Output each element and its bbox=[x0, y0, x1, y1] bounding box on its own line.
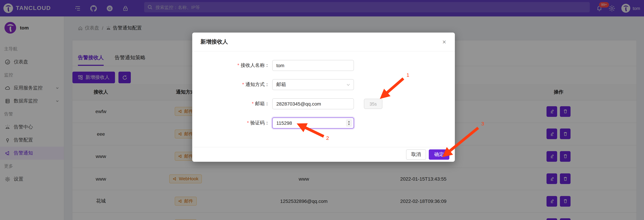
step-up-icon[interactable]: ▲ bbox=[348, 120, 350, 123]
close-icon[interactable]: × bbox=[440, 37, 449, 46]
required-mark: * bbox=[252, 101, 254, 106]
receiver-name-input[interactable]: tom bbox=[272, 60, 354, 71]
field-label: *验证码： bbox=[192, 120, 270, 126]
email-input[interactable]: 282870345@qq.com bbox=[272, 98, 354, 109]
number-stepper[interactable]: ▲▼ bbox=[346, 119, 352, 127]
modal-footer: 取消 确定 bbox=[192, 147, 455, 162]
form-row-code: *验证码： 115298 ▲▼ bbox=[192, 117, 455, 128]
step-down-icon[interactable]: ▼ bbox=[348, 123, 350, 126]
modal-body: *接收人名称： tom *通知方式： 邮箱 *邮箱： 282870345@qq.… bbox=[192, 51, 455, 147]
field-label: *邮箱： bbox=[192, 101, 270, 107]
required-mark: * bbox=[238, 62, 239, 68]
form-row-method: *通知方式： 邮箱 bbox=[192, 79, 455, 90]
form-row-email: *邮箱： 282870345@qq.com 35s bbox=[192, 98, 455, 109]
modal-title: 新增接收人 bbox=[200, 38, 228, 45]
confirm-button[interactable]: 确定 bbox=[429, 149, 449, 160]
required-mark: * bbox=[247, 120, 249, 125]
field-label: *通知方式： bbox=[192, 82, 270, 88]
required-mark: * bbox=[242, 82, 244, 87]
verify-code-input[interactable]: 115298 ▲▼ bbox=[272, 117, 354, 128]
app-root: TANCLOUD G bbox=[0, 0, 644, 220]
send-code-countdown-button[interactable]: 35s bbox=[364, 99, 382, 109]
field-label: *接收人名称： bbox=[192, 62, 270, 69]
notify-method-select[interactable]: 邮箱 bbox=[272, 79, 354, 90]
chevron-down-icon bbox=[346, 83, 350, 87]
add-receiver-modal: 新增接收人 × *接收人名称： tom *通知方式： 邮箱 *邮箱： 28287… bbox=[192, 33, 455, 162]
form-row-name: *接收人名称： tom bbox=[192, 60, 455, 71]
modal-header: 新增接收人 × bbox=[192, 33, 455, 51]
cancel-button[interactable]: 取消 bbox=[406, 149, 426, 160]
